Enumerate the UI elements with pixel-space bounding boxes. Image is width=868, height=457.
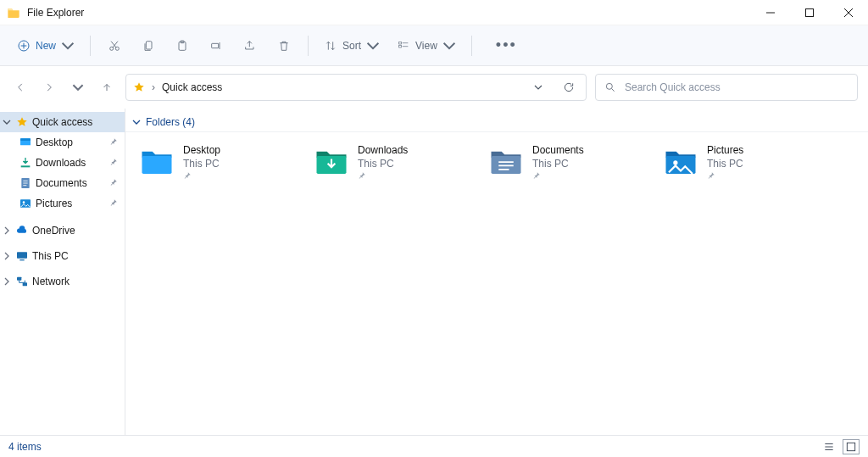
sidebar-item-onedrive[interactable]: OneDrive <box>0 220 125 241</box>
sidebar-item-label: Pictures <box>36 198 72 209</box>
details-view-button[interactable] <box>821 439 837 454</box>
sidebar-item-downloads[interactable]: Downloads <box>0 153 125 173</box>
rename-icon <box>209 39 223 53</box>
copy-button[interactable] <box>133 32 164 59</box>
cut-button[interactable] <box>99 32 130 59</box>
group-header-folders[interactable]: Folders (4) <box>125 109 868 132</box>
sidebar-item-network[interactable]: Network <box>0 271 125 292</box>
chevron-down-icon <box>61 39 75 53</box>
folder-item-downloads[interactable]: Downloads This PC <box>314 144 475 181</box>
window-title: File Explorer <box>27 7 84 19</box>
title-bar: File Explorer <box>0 0 868 25</box>
folder-name: Documents <box>532 144 584 156</box>
chevron-right-icon[interactable] <box>2 277 12 286</box>
minimize-button[interactable] <box>751 0 790 25</box>
maximize-button[interactable] <box>790 0 829 25</box>
sort-button[interactable]: Sort <box>317 32 387 59</box>
sidebar-item-quick-access[interactable]: Quick access <box>0 112 125 132</box>
sidebar-item-documents[interactable]: Documents <box>0 173 125 193</box>
pin-icon <box>109 157 118 169</box>
star-icon <box>133 81 145 93</box>
folder-name: Downloads <box>358 144 408 156</box>
sidebar-item-label: Documents <box>36 177 87 189</box>
pin-icon <box>109 198 118 209</box>
address-dropdown-button[interactable] <box>526 75 550 99</box>
more-icon: ••• <box>489 36 524 54</box>
back-button[interactable] <box>10 77 31 98</box>
svg-rect-17 <box>17 252 27 258</box>
svg-point-16 <box>23 201 25 203</box>
folder-app-icon <box>7 6 20 20</box>
navigation-pane: Quick access Desktop Downloads Documents… <box>0 109 125 435</box>
folder-location: This PC <box>358 158 408 170</box>
pin-icon <box>109 177 118 189</box>
pin-icon <box>707 171 743 181</box>
paste-button[interactable] <box>167 32 198 59</box>
separator <box>308 36 309 56</box>
sort-icon <box>324 39 337 53</box>
sidebar-item-desktop[interactable]: Desktop <box>0 132 125 153</box>
forward-button[interactable] <box>39 77 59 98</box>
delete-button[interactable] <box>269 32 299 59</box>
content-pane: Folders (4) Desktop This PC <box>125 109 868 435</box>
rename-button[interactable] <box>201 32 231 59</box>
sidebar-item-label: Quick access <box>32 116 92 128</box>
chevron-down-icon[interactable] <box>2 118 12 126</box>
view-button[interactable]: View <box>390 32 463 59</box>
folder-location: This PC <box>707 158 743 170</box>
svg-rect-13 <box>21 165 31 167</box>
this-pc-icon <box>15 249 29 263</box>
sidebar-item-label: Network <box>32 276 70 287</box>
desktop-folder-icon <box>139 144 175 180</box>
breadcrumb[interactable]: Quick access <box>162 81 222 93</box>
chevron-down-icon <box>442 39 456 53</box>
delete-icon <box>277 39 291 53</box>
paste-icon <box>175 39 189 53</box>
address-bar[interactable]: › Quick access <box>125 74 587 101</box>
sidebar-item-label: Desktop <box>36 137 73 148</box>
star-icon <box>15 115 29 129</box>
close-button[interactable] <box>829 0 868 25</box>
new-button[interactable]: New <box>10 32 81 59</box>
more-button[interactable]: ••• <box>481 32 532 59</box>
network-icon <box>15 275 29 288</box>
svg-rect-26 <box>847 443 854 450</box>
share-icon <box>243 39 257 53</box>
folder-item-documents[interactable]: Documents This PC <box>488 144 649 181</box>
folder-location: This PC <box>183 158 220 170</box>
sidebar-item-this-pc[interactable]: This PC <box>0 246 125 266</box>
folder-name: Desktop <box>183 144 220 156</box>
nav-row: › Quick access <box>0 66 868 109</box>
svg-rect-18 <box>19 259 24 260</box>
pictures-folder-icon <box>663 144 698 180</box>
svg-point-10 <box>606 83 612 89</box>
onedrive-icon <box>15 224 29 237</box>
breadcrumb-chevron: › <box>152 81 155 93</box>
chevron-down-icon <box>366 39 380 53</box>
chevron-down-icon <box>132 118 141 126</box>
chevron-right-icon[interactable] <box>2 226 12 235</box>
sidebar-item-pictures[interactable]: Pictures <box>0 193 125 214</box>
documents-folder-icon <box>488 144 524 180</box>
pictures-icon <box>19 197 32 210</box>
folder-item-desktop[interactable]: Desktop This PC <box>139 144 300 181</box>
separator <box>90 36 91 56</box>
share-button[interactable] <box>235 32 265 59</box>
pin-icon <box>532 171 584 181</box>
refresh-button[interactable] <box>557 75 581 99</box>
folder-item-pictures[interactable]: Pictures This PC <box>663 144 824 181</box>
large-icons-view-button[interactable] <box>843 439 860 454</box>
desktop-icon <box>19 136 32 149</box>
up-button[interactable] <box>97 77 117 98</box>
status-bar: 4 items <box>0 435 868 457</box>
folder-location: This PC <box>532 158 584 170</box>
chevron-right-icon[interactable] <box>2 252 12 260</box>
recent-locations-button[interactable] <box>68 77 88 98</box>
status-item-count: 4 items <box>8 441 42 453</box>
search-box[interactable] <box>595 74 858 101</box>
pin-icon <box>183 171 220 181</box>
view-icon <box>397 39 410 53</box>
separator <box>471 36 472 56</box>
svg-rect-20 <box>23 282 27 286</box>
search-input[interactable] <box>625 81 849 93</box>
